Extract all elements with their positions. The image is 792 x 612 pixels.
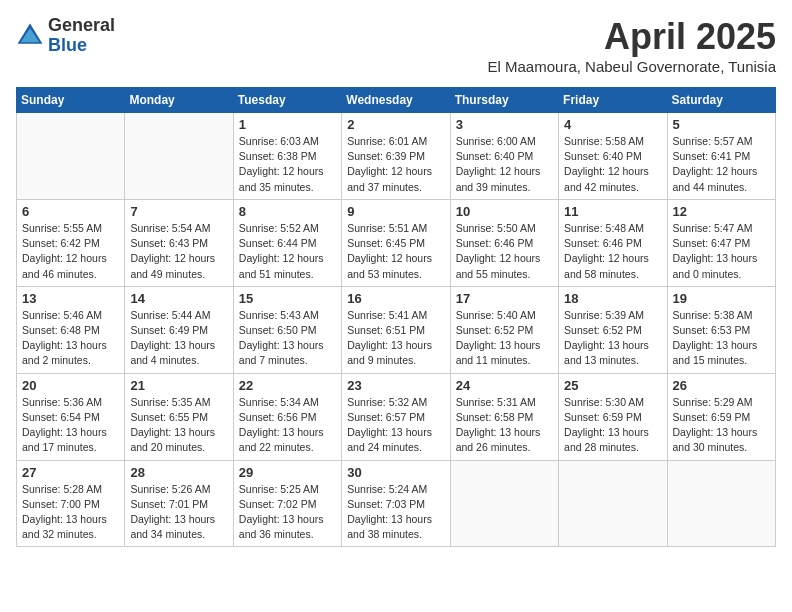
day-info: Sunrise: 5:34 AM Sunset: 6:56 PM Dayligh… [239,395,336,456]
day-number: 22 [239,378,336,393]
logo: General Blue [16,16,115,56]
day-number: 1 [239,117,336,132]
day-info: Sunrise: 5:57 AM Sunset: 6:41 PM Dayligh… [673,134,770,195]
calendar-week-row: 27Sunrise: 5:28 AM Sunset: 7:00 PM Dayli… [17,460,776,547]
col-saturday: Saturday [667,88,775,113]
table-row [17,113,125,200]
table-row [559,460,667,547]
col-wednesday: Wednesday [342,88,450,113]
day-number: 29 [239,465,336,480]
day-number: 4 [564,117,661,132]
day-number: 21 [130,378,227,393]
calendar-week-row: 20Sunrise: 5:36 AM Sunset: 6:54 PM Dayli… [17,373,776,460]
day-number: 28 [130,465,227,480]
day-info: Sunrise: 5:28 AM Sunset: 7:00 PM Dayligh… [22,482,119,543]
day-info: Sunrise: 6:00 AM Sunset: 6:40 PM Dayligh… [456,134,553,195]
table-row: 19Sunrise: 5:38 AM Sunset: 6:53 PM Dayli… [667,286,775,373]
table-row: 15Sunrise: 5:43 AM Sunset: 6:50 PM Dayli… [233,286,341,373]
day-info: Sunrise: 5:46 AM Sunset: 6:48 PM Dayligh… [22,308,119,369]
calendar-header-row: Sunday Monday Tuesday Wednesday Thursday… [17,88,776,113]
day-number: 10 [456,204,553,219]
day-number: 5 [673,117,770,132]
calendar-week-row: 13Sunrise: 5:46 AM Sunset: 6:48 PM Dayli… [17,286,776,373]
table-row: 20Sunrise: 5:36 AM Sunset: 6:54 PM Dayli… [17,373,125,460]
day-number: 27 [22,465,119,480]
table-row: 7Sunrise: 5:54 AM Sunset: 6:43 PM Daylig… [125,199,233,286]
day-info: Sunrise: 5:43 AM Sunset: 6:50 PM Dayligh… [239,308,336,369]
table-row: 21Sunrise: 5:35 AM Sunset: 6:55 PM Dayli… [125,373,233,460]
col-thursday: Thursday [450,88,558,113]
day-info: Sunrise: 6:03 AM Sunset: 6:38 PM Dayligh… [239,134,336,195]
day-number: 8 [239,204,336,219]
table-row: 28Sunrise: 5:26 AM Sunset: 7:01 PM Dayli… [125,460,233,547]
day-info: Sunrise: 5:24 AM Sunset: 7:03 PM Dayligh… [347,482,444,543]
table-row [667,460,775,547]
table-row: 13Sunrise: 5:46 AM Sunset: 6:48 PM Dayli… [17,286,125,373]
table-row: 12Sunrise: 5:47 AM Sunset: 6:47 PM Dayli… [667,199,775,286]
day-info: Sunrise: 5:48 AM Sunset: 6:46 PM Dayligh… [564,221,661,282]
col-monday: Monday [125,88,233,113]
day-info: Sunrise: 5:58 AM Sunset: 6:40 PM Dayligh… [564,134,661,195]
day-info: Sunrise: 5:44 AM Sunset: 6:49 PM Dayligh… [130,308,227,369]
logo-icon [16,22,44,50]
table-row: 23Sunrise: 5:32 AM Sunset: 6:57 PM Dayli… [342,373,450,460]
table-row: 5Sunrise: 5:57 AM Sunset: 6:41 PM Daylig… [667,113,775,200]
day-number: 2 [347,117,444,132]
day-info: Sunrise: 5:30 AM Sunset: 6:59 PM Dayligh… [564,395,661,456]
day-info: Sunrise: 5:47 AM Sunset: 6:47 PM Dayligh… [673,221,770,282]
day-info: Sunrise: 5:35 AM Sunset: 6:55 PM Dayligh… [130,395,227,456]
day-number: 18 [564,291,661,306]
table-row: 6Sunrise: 5:55 AM Sunset: 6:42 PM Daylig… [17,199,125,286]
table-row: 17Sunrise: 5:40 AM Sunset: 6:52 PM Dayli… [450,286,558,373]
day-info: Sunrise: 5:31 AM Sunset: 6:58 PM Dayligh… [456,395,553,456]
day-info: Sunrise: 5:52 AM Sunset: 6:44 PM Dayligh… [239,221,336,282]
day-number: 25 [564,378,661,393]
table-row: 1Sunrise: 6:03 AM Sunset: 6:38 PM Daylig… [233,113,341,200]
day-info: Sunrise: 5:51 AM Sunset: 6:45 PM Dayligh… [347,221,444,282]
table-row: 8Sunrise: 5:52 AM Sunset: 6:44 PM Daylig… [233,199,341,286]
day-number: 20 [22,378,119,393]
table-row: 4Sunrise: 5:58 AM Sunset: 6:40 PM Daylig… [559,113,667,200]
table-row: 9Sunrise: 5:51 AM Sunset: 6:45 PM Daylig… [342,199,450,286]
day-number: 17 [456,291,553,306]
day-info: Sunrise: 5:54 AM Sunset: 6:43 PM Dayligh… [130,221,227,282]
location-title: El Maamoura, Nabeul Governorate, Tunisia [488,58,776,75]
day-info: Sunrise: 5:26 AM Sunset: 7:01 PM Dayligh… [130,482,227,543]
logo-general: General [48,16,115,36]
day-info: Sunrise: 5:29 AM Sunset: 6:59 PM Dayligh… [673,395,770,456]
logo-text: General Blue [48,16,115,56]
table-row: 10Sunrise: 5:50 AM Sunset: 6:46 PM Dayli… [450,199,558,286]
table-row: 24Sunrise: 5:31 AM Sunset: 6:58 PM Dayli… [450,373,558,460]
day-info: Sunrise: 5:55 AM Sunset: 6:42 PM Dayligh… [22,221,119,282]
table-row: 16Sunrise: 5:41 AM Sunset: 6:51 PM Dayli… [342,286,450,373]
table-row [450,460,558,547]
table-row: 3Sunrise: 6:00 AM Sunset: 6:40 PM Daylig… [450,113,558,200]
day-info: Sunrise: 5:39 AM Sunset: 6:52 PM Dayligh… [564,308,661,369]
table-row: 11Sunrise: 5:48 AM Sunset: 6:46 PM Dayli… [559,199,667,286]
calendar-table: Sunday Monday Tuesday Wednesday Thursday… [16,87,776,547]
day-info: Sunrise: 5:40 AM Sunset: 6:52 PM Dayligh… [456,308,553,369]
table-row: 18Sunrise: 5:39 AM Sunset: 6:52 PM Dayli… [559,286,667,373]
day-number: 19 [673,291,770,306]
table-row: 29Sunrise: 5:25 AM Sunset: 7:02 PM Dayli… [233,460,341,547]
day-number: 13 [22,291,119,306]
day-number: 30 [347,465,444,480]
col-sunday: Sunday [17,88,125,113]
table-row: 14Sunrise: 5:44 AM Sunset: 6:49 PM Dayli… [125,286,233,373]
day-number: 6 [22,204,119,219]
table-row [125,113,233,200]
table-row: 26Sunrise: 5:29 AM Sunset: 6:59 PM Dayli… [667,373,775,460]
day-info: Sunrise: 5:41 AM Sunset: 6:51 PM Dayligh… [347,308,444,369]
day-number: 11 [564,204,661,219]
page-header: General Blue April 2025 El Maamoura, Nab… [16,16,776,75]
day-number: 26 [673,378,770,393]
month-title: April 2025 [488,16,776,58]
table-row: 30Sunrise: 5:24 AM Sunset: 7:03 PM Dayli… [342,460,450,547]
day-number: 7 [130,204,227,219]
day-info: Sunrise: 5:50 AM Sunset: 6:46 PM Dayligh… [456,221,553,282]
title-block: April 2025 El Maamoura, Nabeul Governora… [488,16,776,75]
day-info: Sunrise: 5:32 AM Sunset: 6:57 PM Dayligh… [347,395,444,456]
table-row: 27Sunrise: 5:28 AM Sunset: 7:00 PM Dayli… [17,460,125,547]
day-number: 14 [130,291,227,306]
col-friday: Friday [559,88,667,113]
